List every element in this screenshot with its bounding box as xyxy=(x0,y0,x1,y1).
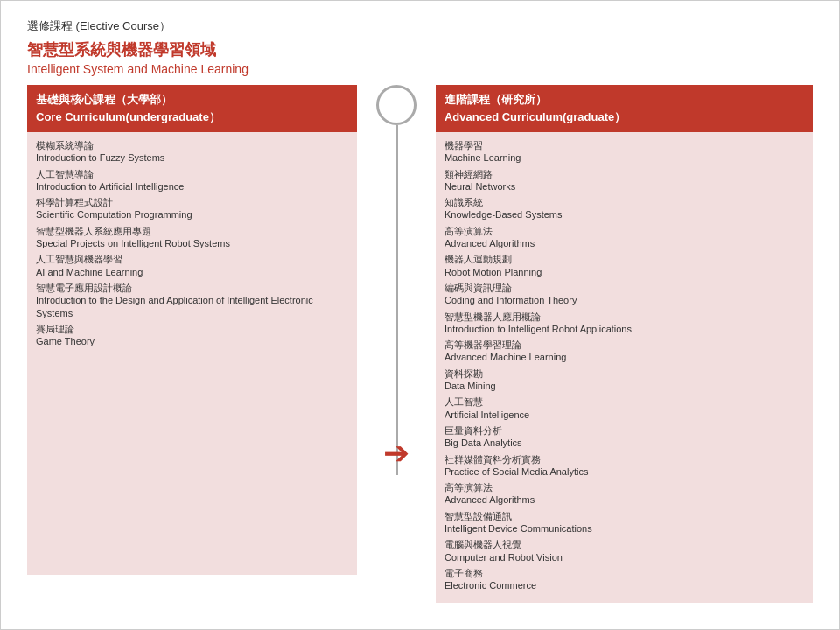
list-item: 賽局理論Game Theory xyxy=(36,323,348,348)
course-en: Introduction to Intelligent Robot Applic… xyxy=(444,323,804,335)
course-en: Introduction to Artificial Intelligence xyxy=(36,180,348,192)
left-column: 基礎與核心課程（大學部） Core Curriculum(undergradua… xyxy=(27,85,357,575)
list-item: 人工智慧與機器學習AI and Machine Learning xyxy=(36,253,348,278)
course-zh: 電子商務 xyxy=(444,567,804,579)
course-zh: 智慧電子應用設計概論 xyxy=(36,282,348,294)
course-zh: 人工智慧導論 xyxy=(36,168,348,180)
right-col-header: 進階課程（研究所） Advanced Curriculum(graduate） xyxy=(436,85,813,132)
course-zh: 知識系統 xyxy=(444,196,804,208)
list-item: 智慧型機器人應用概論Introduction to Intelligent Ro… xyxy=(444,311,804,336)
left-header-zh: 基礎與核心課程（大學部） xyxy=(36,92,348,108)
list-item: 智慧型設備通訊Intelligent Device Communications xyxy=(444,510,804,536)
course-en: AI and Machine Learning xyxy=(36,266,348,278)
course-en: Artificial Intelligence xyxy=(444,409,804,421)
left-header-en: Core Curriculum(undergraduate） xyxy=(36,109,348,125)
curriculum-container: 基礎與核心課程（大學部） Core Curriculum(undergradua… xyxy=(27,85,813,603)
list-item: 資料探勘Data Mining xyxy=(444,368,804,393)
list-item: 電子商務Electronic Commerce xyxy=(444,567,804,592)
list-item: 人工智慧導論Introduction to Artificial Intelli… xyxy=(36,168,348,193)
list-item: 高等演算法Advanced Algorithms xyxy=(444,481,804,507)
course-zh: 類神經網路 xyxy=(444,168,804,180)
course-en: Special Projects on Intelligent Robot Sy… xyxy=(36,237,348,249)
list-item: 人工智慧Artificial Intelligence xyxy=(444,396,804,421)
course-en: Electronic Commerce xyxy=(444,579,804,592)
course-zh: 智慧型機器人應用概論 xyxy=(444,311,804,323)
middle-connector: ➔ xyxy=(357,85,436,475)
course-en: Machine Learning xyxy=(444,151,804,164)
arrow-right-icon: ➔ xyxy=(383,435,410,472)
list-item: 高等演算法Advanced Algorithms xyxy=(444,225,804,250)
right-header-en: Advanced Curriculum(graduate） xyxy=(444,109,804,125)
course-zh: 機器人運動規劃 xyxy=(444,253,804,265)
course-zh: 巨量資料分析 xyxy=(444,424,804,437)
course-zh: 人工智慧與機器學習 xyxy=(36,253,348,265)
course-en: Data Mining xyxy=(444,380,804,392)
course-en: Practice of Social Media Analytics xyxy=(444,466,804,478)
vertical-line xyxy=(396,125,398,475)
course-zh: 賽局理論 xyxy=(36,323,348,335)
course-zh: 高等機器學習理論 xyxy=(444,339,804,351)
course-en: Game Theory xyxy=(36,335,348,347)
course-zh: 科學計算程式設計 xyxy=(36,196,348,208)
course-zh: 模糊系統導論 xyxy=(36,139,348,151)
list-item: 科學計算程式設計Scientific Computation Programmi… xyxy=(36,196,348,221)
course-zh: 社群媒體資料分析實務 xyxy=(444,453,804,466)
course-zh: 機器學習 xyxy=(444,139,804,151)
course-en: Scientific Computation Programming xyxy=(36,208,348,220)
left-col-content: 模糊系統導論Introduction to Fuzzy Systems人工智慧導… xyxy=(27,132,357,358)
course-zh: 電腦與機器人視覺 xyxy=(444,538,804,550)
course-zh: 智慧型機器人系統應用專題 xyxy=(36,225,348,237)
domain-title-zh: 智慧型系統與機器學習領域 xyxy=(27,39,813,60)
course-zh: 編碼與資訊理論 xyxy=(444,282,804,294)
course-en: Advanced Algorithms xyxy=(444,237,804,249)
list-item: 機器學習Machine Learning xyxy=(444,139,804,164)
list-item: 高等機器學習理論Advanced Machine Learning xyxy=(444,339,804,364)
course-en: Robot Motion Planning xyxy=(444,266,804,278)
right-header-zh: 進階課程（研究所） xyxy=(444,92,804,108)
elective-label: 選修課程 (Elective Course） xyxy=(27,18,813,34)
list-item: 知識系統Knowledge-Based Systems xyxy=(444,196,804,221)
course-en: Introduction to Fuzzy Systems xyxy=(36,151,348,164)
course-zh: 高等演算法 xyxy=(444,481,804,494)
course-en: Big Data Analytics xyxy=(444,437,804,449)
circle-connector xyxy=(376,85,416,125)
course-en: Coding and Information Theory xyxy=(444,294,804,306)
course-en: Knowledge-Based Systems xyxy=(444,208,804,220)
course-en: Introduction to the Design and Applicati… xyxy=(36,294,348,319)
top-header: 選修課程 (Elective Course） 智慧型系統與機器學習領域 Inte… xyxy=(27,18,813,76)
list-item: 電腦與機器人視覺Computer and Robot Vision xyxy=(444,538,804,564)
course-zh: 智慧型設備通訊 xyxy=(444,510,804,522)
course-zh: 高等演算法 xyxy=(444,225,804,237)
list-item: 類神經網路Neural Networks xyxy=(444,168,804,193)
course-en: Intelligent Device Communications xyxy=(444,522,804,535)
list-item: 巨量資料分析Big Data Analytics xyxy=(444,424,804,450)
right-column: 進階課程（研究所） Advanced Curriculum(graduate） … xyxy=(436,85,813,603)
left-col-header: 基礎與核心課程（大學部） Core Curriculum(undergradua… xyxy=(27,85,357,132)
list-item: 機器人運動規劃Robot Motion Planning xyxy=(444,253,804,278)
course-en: Neural Networks xyxy=(444,180,804,192)
list-item: 智慧電子應用設計概論Introduction to the Design and… xyxy=(36,282,348,319)
right-col-content: 機器學習Machine Learning類神經網路Neural Networks… xyxy=(436,132,813,603)
domain-title-en: Intelligent System and Machine Learning xyxy=(27,62,813,76)
list-item: 編碼與資訊理論Coding and Information Theory xyxy=(444,282,804,307)
course-zh: 資料探勘 xyxy=(444,368,804,380)
course-en: Advanced Machine Learning xyxy=(444,351,804,363)
course-en: Computer and Robot Vision xyxy=(444,551,804,564)
course-zh: 人工智慧 xyxy=(444,396,804,408)
list-item: 智慧型機器人系統應用專題Special Projects on Intellig… xyxy=(36,225,348,250)
list-item: 模糊系統導論Introduction to Fuzzy Systems xyxy=(36,139,348,164)
list-item: 社群媒體資料分析實務Practice of Social Media Analy… xyxy=(444,453,804,479)
page-wrapper: 選修課程 (Elective Course） 智慧型系統與機器學習領域 Inte… xyxy=(0,0,840,630)
course-en: Advanced Algorithms xyxy=(444,494,804,506)
